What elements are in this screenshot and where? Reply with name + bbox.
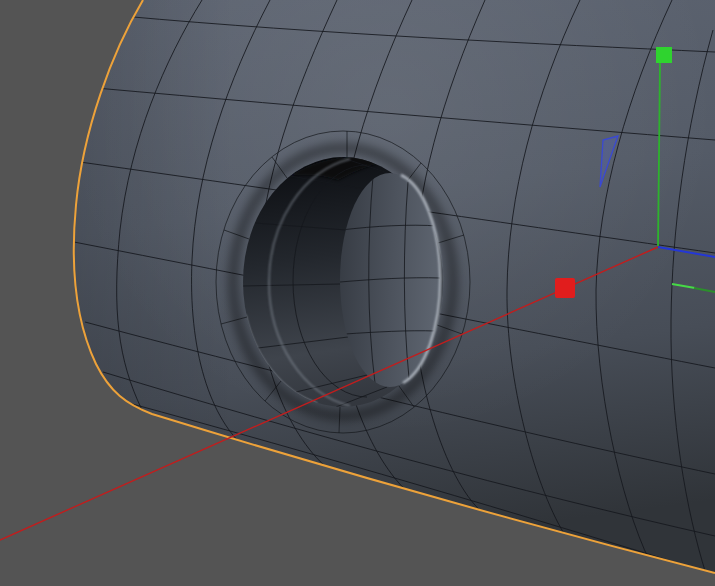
axis-handle-x[interactable] bbox=[555, 278, 575, 298]
viewport-3d[interactable] bbox=[0, 0, 715, 586]
axis-handle-y[interactable] bbox=[656, 47, 672, 63]
